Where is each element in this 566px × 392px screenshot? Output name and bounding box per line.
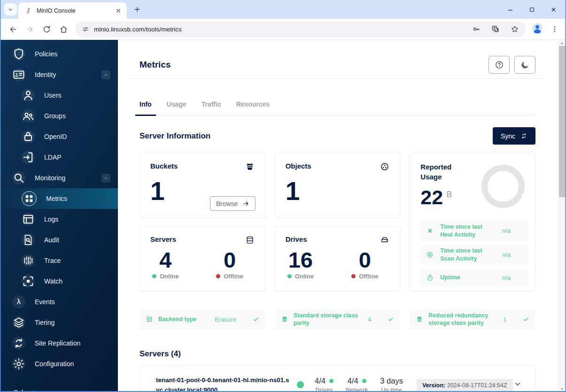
usage-donut-chart [481,165,525,208]
avatar-icon [531,22,543,34]
sidebar-item-trace[interactable]: Trace [0,250,118,271]
sidebar-item-events[interactable]: λ Events [0,292,118,312]
sidebar-item-openid[interactable]: OpenID [0,126,118,147]
sidebar-item-label: OpenID [44,133,110,140]
browser-tab[interactable]: MinIO Console [18,2,127,19]
sidebar-item-ldap[interactable]: LDAP [0,147,118,168]
collapse-section-button[interactable] [101,174,110,183]
sidebar-item-label: Watch [44,277,110,285]
home-button[interactable] [55,21,71,37]
sidebar-item-subnet[interactable]: Subnet [14,389,34,392]
lambda-icon: λ [12,295,25,308]
section-title: Server Information [140,131,210,141]
reload-button[interactable] [39,21,54,37]
usage-unit: B [446,190,452,200]
sidebar-item-configuration[interactable]: Configuration [0,354,118,374]
lock-icon [22,130,35,143]
frame-dot-icon [22,275,35,288]
header-divider [130,78,545,79]
close-icon [550,6,557,13]
moon-icon [520,60,530,69]
password-manager-button[interactable] [469,22,483,37]
tab-resources[interactable]: Resources [236,100,270,115]
sidebar-item-label: Audit [44,236,110,244]
tab-close-icon[interactable] [115,7,122,15]
scrollbar-thumb[interactable] [559,46,566,197]
strip-value: 1 [503,316,506,323]
tab-usage[interactable]: Usage [167,100,186,115]
storage-class-icon [281,315,288,323]
sync-icon [520,132,527,139]
main-content: Metrics Info Usage Traffic Resources Ser… [118,40,566,392]
sidebar-item-identity[interactable]: Identity [0,64,118,85]
online-label: Online [160,273,178,280]
three-dots-icon [550,25,559,33]
objects-count: 1 [286,178,390,204]
sidebar-item-label: LDAP [44,154,110,161]
sidebar-item-policies[interactable]: Policies [0,44,118,64]
server-stat-drives: 4/4 Drives [315,377,333,392]
backend-type-strip: Backend type Erasure [140,309,265,330]
sidebar-item-tiering[interactable]: Tiering [0,312,118,333]
new-tab-button[interactable] [133,5,141,14]
dark-mode-button[interactable] [514,56,535,74]
url-text[interactable]: minio.linuxsb.com/tools/metrics [94,26,464,33]
card-title: Servers [150,235,176,243]
sidebar-item-users[interactable]: Users [0,85,118,106]
objects-icon [380,162,389,171]
url-bar[interactable]: minio.linuxsb.com/tools/metrics [75,22,526,37]
layers-icon [12,316,25,329]
browser-menu-button[interactable] [548,23,561,36]
check-icon [523,316,529,323]
scroll-down-arrow[interactable]: ▼ [558,386,566,392]
close-button[interactable] [543,0,564,19]
stat-label: Drives [315,387,333,392]
metrics-grid-icon [22,191,37,206]
help-button[interactable] [488,56,510,74]
forward-button[interactable] [22,21,38,37]
sidebar-item-watch[interactable]: Watch [0,271,118,292]
browse-button[interactable]: Browse [210,196,256,211]
strip-value: Erasure [215,316,236,323]
minimize-icon [507,6,514,13]
sidebar-item-site-replication[interactable]: Site Replication [0,333,118,354]
gear-icon [12,357,25,370]
sidebar-item-groups[interactable]: Groups [0,106,118,126]
storage-class-icon [416,315,423,323]
profile-button[interactable] [531,22,545,36]
tab-search-button[interactable] [4,3,17,15]
sync-button-label: Sync [501,132,515,140]
drive-icon [380,235,389,245]
maximize-button[interactable] [521,0,543,19]
page-scrollbar[interactable]: ▲ ▼ [558,40,566,392]
sidebar-item-monitoring[interactable]: Monitoring [0,168,118,188]
usage-row-label: Uptime [440,274,496,282]
shield-icon [12,47,25,61]
users-icon [22,109,35,123]
expand-server-chevron[interactable] [513,380,522,388]
document-magnifier-icon [22,233,35,246]
bookmark-button[interactable] [507,22,522,37]
site-settings-icon[interactable] [82,25,89,33]
sync-button[interactable]: Sync [493,127,535,145]
stopwatch-icon [426,274,434,282]
tab-traffic[interactable]: Traffic [202,100,221,115]
back-button[interactable] [5,21,21,37]
tab-info[interactable]: Info [140,100,152,115]
servers-offline-count: 0 [224,248,236,271]
rows-icon [146,315,153,323]
collapse-section-button[interactable] [101,70,110,79]
maximize-icon [528,6,535,13]
strip-label: Backend type [158,315,209,323]
sidebar-item-audit[interactable]: Audit [0,230,118,250]
stat-label: Up time [380,387,403,392]
usage-value: 22 [420,187,443,208]
stat-value: 4/4 [348,377,358,385]
scroll-up-arrow[interactable]: ▲ [558,40,566,46]
translate-button[interactable] [488,22,503,37]
objects-card: Objects 1 [275,153,401,218]
sidebar-item-logs[interactable]: Logs [0,209,118,230]
sidebar-item-metrics[interactable]: Metrics [0,188,118,209]
minimize-button[interactable] [499,0,521,19]
metrics-tabs: Info Usage Traffic Resources [140,100,535,116]
